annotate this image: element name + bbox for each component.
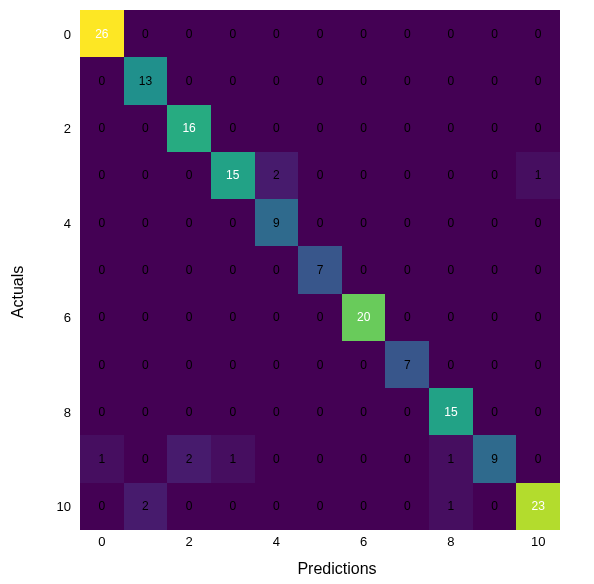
heatmap-cell: 7 [298,246,342,293]
heatmap-cell: 0 [211,388,255,435]
heatmap-cell: 0 [255,105,299,152]
heatmap-cell: 0 [80,388,124,435]
heatmap-cell: 0 [342,341,386,388]
heatmap-cell: 0 [385,294,429,341]
heatmap-cell: 0 [473,341,517,388]
x-axis-label: Predictions [237,560,437,578]
heatmap-cell: 7 [385,341,429,388]
heatmap-cell: 0 [124,10,168,57]
heatmap-cell: 0 [298,105,342,152]
heatmap-cell: 0 [124,294,168,341]
y-axis-label: Actuals [9,266,27,318]
heatmap-cell: 2 [255,152,299,199]
heatmap-cell: 0 [167,483,211,530]
heatmap-cell: 0 [298,57,342,104]
heatmap-cell: 0 [429,105,473,152]
heatmap-cell: 0 [385,10,429,57]
y-tick-label: 0 [64,26,71,41]
heatmap-cell: 1 [429,483,473,530]
heatmap-cell: 0 [516,435,560,482]
heatmap-cell: 0 [298,10,342,57]
heatmap-cell: 0 [124,388,168,435]
heatmap-cell: 0 [385,199,429,246]
heatmap-cell: 0 [211,246,255,293]
heatmap-cell: 0 [80,294,124,341]
heatmap-cell: 0 [516,57,560,104]
heatmap-cell: 0 [473,199,517,246]
heatmap-cell: 0 [516,341,560,388]
heatmap-cell: 0 [80,341,124,388]
heatmap-cell: 0 [385,152,429,199]
heatmap-cell: 0 [473,10,517,57]
heatmap-cell: 0 [516,105,560,152]
heatmap-cell: 16 [167,105,211,152]
heatmap-cell: 0 [255,483,299,530]
heatmap-cell: 0 [167,10,211,57]
heatmap-cell: 0 [342,199,386,246]
heatmap-cell: 0 [429,152,473,199]
heatmap-chart: 2600000000000130000000000016000000000001… [80,10,560,530]
heatmap-cell: 0 [342,57,386,104]
y-tick-label: 2 [64,121,71,136]
heatmap-cell: 15 [429,388,473,435]
heatmap-cell: 0 [298,294,342,341]
heatmap-cell: 0 [385,388,429,435]
x-tick-label: 10 [531,534,545,549]
heatmap-cell: 9 [255,199,299,246]
heatmap-cell: 0 [385,105,429,152]
heatmap-cell: 0 [473,388,517,435]
heatmap-cell: 2 [124,483,168,530]
heatmap-cell: 0 [298,199,342,246]
heatmap-cell: 15 [211,152,255,199]
heatmap-cell: 0 [124,152,168,199]
heatmap-cell: 1 [80,435,124,482]
heatmap-cell: 0 [342,483,386,530]
heatmap-cell: 0 [429,246,473,293]
heatmap-cell: 0 [516,294,560,341]
heatmap-cell: 0 [80,246,124,293]
heatmap-cell: 0 [255,294,299,341]
heatmap-cell: 0 [255,10,299,57]
heatmap-cell: 0 [429,10,473,57]
heatmap-cell: 0 [429,57,473,104]
heatmap-cell: 0 [516,10,560,57]
heatmap-cell: 0 [298,341,342,388]
heatmap-cell: 0 [80,483,124,530]
heatmap-cell: 0 [167,294,211,341]
heatmap-cell: 0 [211,105,255,152]
heatmap-cell: 0 [342,435,386,482]
heatmap-cell: 0 [255,435,299,482]
heatmap-cell: 0 [342,105,386,152]
heatmap-cell: 0 [80,199,124,246]
heatmap-cell: 0 [80,105,124,152]
heatmap-cell: 0 [167,388,211,435]
heatmap-cell: 0 [124,199,168,246]
heatmap-cell: 26 [80,10,124,57]
heatmap-cell: 0 [255,388,299,435]
heatmap-cell: 9 [473,435,517,482]
heatmap-cell: 0 [80,152,124,199]
heatmap-cell: 23 [516,483,560,530]
heatmap-cell: 0 [167,57,211,104]
heatmap-cell: 0 [298,152,342,199]
heatmap-cell: 0 [80,57,124,104]
heatmap-cell: 0 [473,483,517,530]
heatmap-cell: 0 [342,388,386,435]
heatmap-cell: 0 [429,294,473,341]
heatmap-cell: 0 [298,388,342,435]
heatmap-cell: 0 [211,10,255,57]
heatmap-grid: 2600000000000130000000000016000000000001… [80,10,560,530]
heatmap-cell: 0 [429,199,473,246]
heatmap-cell: 0 [473,105,517,152]
x-tick-label: 4 [273,534,280,549]
heatmap-cell: 0 [385,435,429,482]
heatmap-cell: 0 [516,388,560,435]
heatmap-cell: 1 [516,152,560,199]
heatmap-cell: 1 [429,435,473,482]
heatmap-cell: 0 [342,152,386,199]
heatmap-cell: 0 [473,246,517,293]
y-ticks: 0246810 [50,10,75,530]
heatmap-cell: 0 [167,152,211,199]
heatmap-cell: 0 [385,57,429,104]
x-tick-label: 8 [447,534,454,549]
